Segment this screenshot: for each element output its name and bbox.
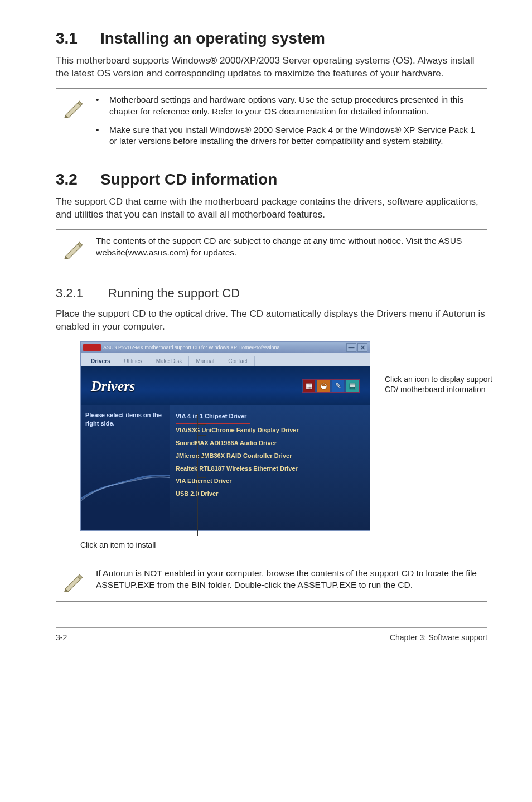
driver-item[interactable]: VIA 4 in 1 Chipset Driver — [176, 410, 250, 424]
tech-support-icon[interactable]: ✎ — [332, 380, 344, 392]
page-footer: 3-2 Chapter 3: Software support — [56, 627, 487, 643]
callout-connector — [197, 477, 198, 536]
read-me-icon[interactable]: ▤ — [346, 380, 359, 392]
window-title-bar: ASUS P5VD2-MX motherboard support CD for… — [81, 342, 370, 353]
close-button[interactable]: ✕ — [357, 343, 367, 352]
tab-manual[interactable]: Manual — [189, 356, 221, 367]
note-body-autorun: If Autorun is NOT enabled in your comput… — [96, 568, 483, 591]
callout-connector — [197, 456, 206, 457]
callout-connector — [197, 424, 206, 425]
motherboard-info-icon[interactable]: ▦ — [303, 380, 315, 392]
bullet-icon: • — [96, 124, 101, 148]
callout-click-item: Click an item to install — [80, 540, 487, 550]
note-3-1-item: •Make sure that you install Windows® 200… — [96, 124, 483, 148]
callout-icon-info: Click an icon to display support CD/ mot… — [385, 375, 496, 394]
chapter-label: Chapter 3: Software support — [390, 632, 487, 643]
tab-contact[interactable]: Contact — [221, 356, 254, 367]
pencil-note-icon — [60, 568, 86, 596]
section-3-2-number: 3.2 — [56, 169, 100, 190]
driver-item[interactable]: Realtek RTL8187 Wireless Ethernet Driver — [176, 462, 364, 475]
section-3-2-paragraph: The support CD that came with the mother… — [56, 196, 487, 221]
note-body-3-2: The contents of the support CD are subje… — [96, 235, 483, 259]
window-title-text: ASUS P5VD2-MX motherboard support CD for… — [103, 344, 280, 351]
note-3-1-item: •Motherboard settings and hardware optio… — [96, 94, 483, 118]
minimize-button[interactable]: — — [346, 343, 356, 352]
note-box-autorun: If Autorun is NOT enabled in your comput… — [56, 562, 487, 602]
page-number: 3-2 — [56, 632, 67, 643]
browse-cd-icon[interactable]: ◒ — [317, 380, 330, 392]
pencil-note-icon — [60, 235, 86, 263]
subsection-3-2-1-number: 3.2.1 — [56, 285, 108, 302]
subsection-3-2-1-title: Running the support CD — [108, 286, 240, 300]
driver-item[interactable]: VIA Ethernet Driver — [176, 475, 364, 487]
callout-connector — [197, 414, 206, 414]
pencil-note-icon — [60, 94, 86, 122]
hero-banner: Drivers ▦ ◒ ✎ ▤ — [81, 366, 370, 405]
asus-logo-icon — [83, 344, 101, 351]
screenshot-left-panel: Please select items on the right side. — [81, 405, 170, 530]
hero-icon-group: ▦ ◒ ✎ ▤ — [302, 379, 360, 393]
tab-make-disk[interactable]: Make Disk — [149, 356, 190, 367]
screenshot-wrapper: ASUS P5VD2-MX motherboard support CD for… — [80, 341, 487, 537]
bullet-icon: • — [96, 94, 101, 118]
support-cd-window: ASUS P5VD2-MX motherboard support CD for… — [80, 341, 370, 531]
driver-item[interactable]: JMicron JMB36X RAID Controller Driver — [176, 450, 364, 462]
callout-connector — [197, 446, 206, 446]
note-box-3-1: •Motherboard settings and hardware optio… — [56, 88, 487, 154]
section-3-2-title: Support CD information — [100, 171, 277, 188]
callout-connector — [197, 435, 206, 436]
section-3-1-title: Installing an operating system — [100, 30, 325, 47]
callout-connector — [197, 467, 206, 467]
subsection-3-2-1-heading: 3.2.1Running the support CD — [56, 285, 487, 302]
tab-bar: Drivers Utilities Make Disk Manual Conta… — [81, 353, 370, 366]
section-3-1-paragraph: This motherboard supports Windows® 2000/… — [56, 55, 487, 80]
note-box-3-2: The contents of the support CD are subje… — [56, 229, 487, 269]
note-3-1-item-text: Make sure that you install Windows® 2000… — [109, 124, 483, 148]
tab-utilities[interactable]: Utilities — [117, 356, 149, 367]
section-3-1-heading: 3.1Installing an operating system — [56, 28, 487, 49]
hero-title: Drivers — [91, 376, 135, 396]
section-3-2-heading: 3.2Support CD information — [56, 169, 487, 190]
driver-item[interactable]: USB 2.0 Driver — [176, 487, 364, 500]
note-body-3-1: •Motherboard settings and hardware optio… — [96, 94, 483, 148]
subsection-3-2-1-paragraph: Place the support CD to the optical driv… — [56, 308, 487, 334]
tab-drivers[interactable]: Drivers — [84, 356, 117, 367]
note-3-1-item-text: Motherboard settings and hardware option… — [109, 94, 483, 118]
callout-connector — [197, 477, 206, 478]
left-panel-label: Please select items on the right side. — [85, 412, 162, 427]
driver-item[interactable]: SoundMAX ADI1986A Audio Driver — [176, 437, 364, 450]
section-3-1-number: 3.1 — [56, 28, 100, 49]
